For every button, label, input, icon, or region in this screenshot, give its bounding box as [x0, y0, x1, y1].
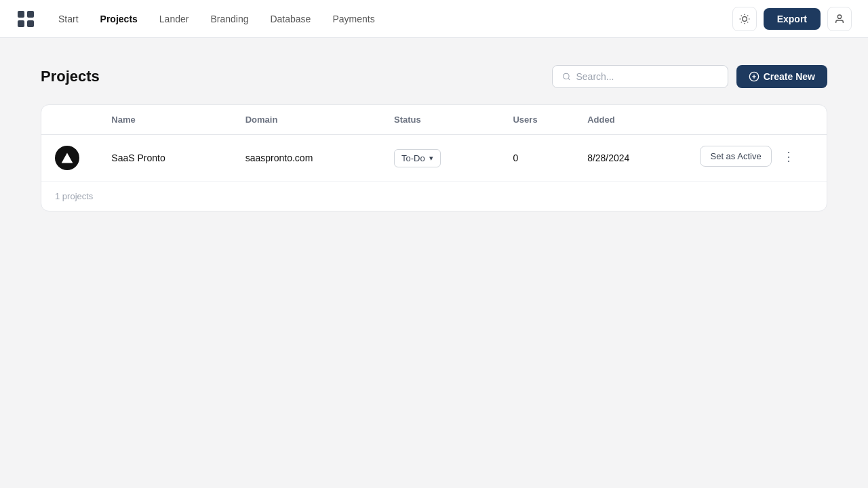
- user-profile-button[interactable]: [827, 7, 852, 31]
- navbar: Start Projects Lander Branding Database …: [0, 0, 868, 38]
- nav-start[interactable]: Start: [49, 9, 88, 28]
- row-name-cell: SaaS Pronto: [98, 135, 231, 182]
- svg-marker-19: [62, 153, 73, 163]
- col-avatar: [41, 105, 98, 135]
- nav-branding[interactable]: Branding: [201, 9, 258, 28]
- create-new-button[interactable]: Create New: [736, 65, 827, 88]
- row-status-cell: To-Do ▾: [380, 135, 499, 182]
- search-input[interactable]: [576, 71, 717, 82]
- main-content: Projects Create New: [0, 38, 868, 239]
- nav-projects[interactable]: Projects: [91, 9, 147, 28]
- svg-line-12: [747, 15, 748, 16]
- svg-point-14: [563, 73, 568, 79]
- col-name: Name: [98, 105, 231, 135]
- svg-point-13: [837, 15, 841, 18]
- plus-circle-icon: [749, 71, 760, 82]
- page-header: Projects Create New: [41, 65, 827, 88]
- table-header: Name Domain Status Users Added: [41, 105, 827, 135]
- project-avatar: [55, 146, 79, 170]
- col-added: Added: [574, 105, 678, 135]
- search-box[interactable]: [552, 65, 728, 88]
- svg-point-4: [742, 16, 747, 21]
- col-actions: [678, 105, 827, 135]
- svg-line-15: [568, 78, 570, 79]
- row-added-cell: 8/28/2024: [574, 135, 678, 182]
- logo[interactable]: [16, 9, 35, 28]
- table-body: SaaS Pronto saaspronto.com To-Do ▾ 0 8/2…: [41, 135, 827, 182]
- col-users: Users: [499, 105, 574, 135]
- row-domain-cell: saaspronto.com: [232, 135, 380, 182]
- svg-line-11: [741, 22, 741, 22]
- svg-rect-2: [18, 20, 24, 27]
- projects-table: Name Domain Status Users Added: [41, 105, 827, 181]
- export-button[interactable]: Export: [764, 8, 821, 30]
- theme-toggle-button[interactable]: [732, 7, 757, 31]
- nav-links: Start Projects Lander Branding Database …: [49, 9, 727, 28]
- set-active-button[interactable]: Set as Active: [700, 146, 771, 167]
- row-avatar-cell: [41, 135, 98, 182]
- chevron-down-icon: ▾: [429, 154, 433, 163]
- nav-actions: Export: [732, 7, 852, 31]
- more-options-button[interactable]: ⋮: [777, 146, 800, 167]
- row-users-cell: 0: [499, 135, 574, 182]
- svg-rect-0: [18, 11, 24, 18]
- svg-rect-1: [27, 11, 34, 18]
- svg-line-7: [741, 15, 741, 16]
- table-row: SaaS Pronto saaspronto.com To-Do ▾ 0 8/2…: [41, 135, 827, 182]
- page-title: Projects: [41, 68, 100, 85]
- col-domain: Domain: [232, 105, 380, 135]
- nav-database[interactable]: Database: [260, 9, 320, 28]
- projects-table-container: Name Domain Status Users Added: [41, 104, 827, 211]
- table-footer: 1 projects: [41, 181, 827, 211]
- nav-lander[interactable]: Lander: [150, 9, 199, 28]
- nav-payments[interactable]: Payments: [323, 9, 384, 28]
- header-actions: Create New: [552, 65, 827, 88]
- row-actions-cell: Set as Active ⋮: [678, 135, 814, 178]
- col-status: Status: [380, 105, 499, 135]
- status-dropdown[interactable]: To-Do ▾: [394, 149, 441, 167]
- svg-rect-3: [27, 20, 34, 27]
- search-icon: [562, 72, 571, 81]
- status-label: To-Do: [401, 153, 425, 163]
- svg-line-8: [747, 22, 748, 22]
